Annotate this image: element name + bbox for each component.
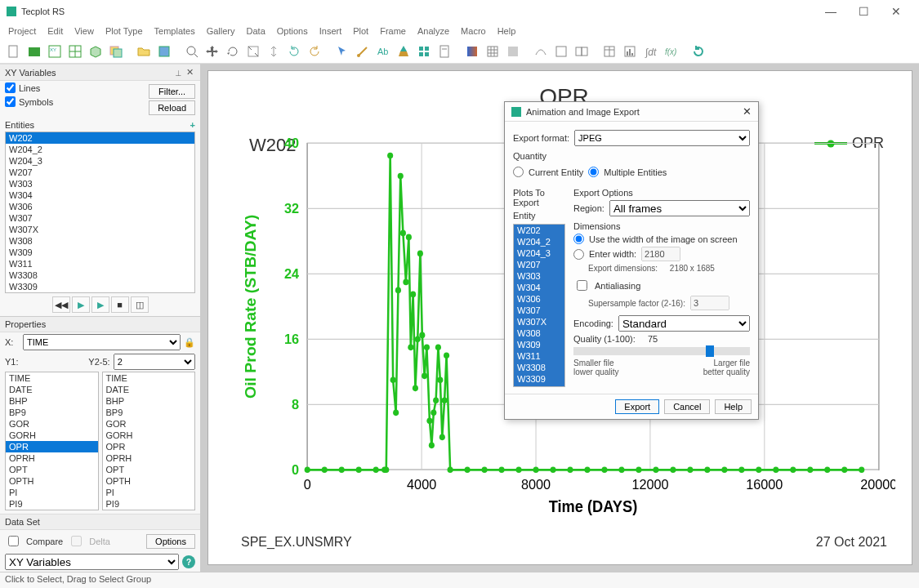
menu-macro[interactable]: Macro: [456, 24, 491, 38]
list-item[interactable]: PI: [103, 487, 195, 498]
list-item[interactable]: BP9: [6, 407, 98, 418]
toolbar-table-icon[interactable]: [600, 42, 618, 60]
toolbar-grid2-icon[interactable]: [415, 42, 433, 60]
toolbar-integral-icon[interactable]: ∫dt: [641, 42, 659, 60]
toolbar-multiframe-icon[interactable]: [573, 42, 591, 60]
list-item[interactable]: W311: [514, 350, 564, 362]
lock-icon[interactable]: 🔒: [184, 337, 195, 348]
menu-options[interactable]: Options: [272, 24, 313, 38]
current-entity-radio[interactable]: [513, 167, 524, 177]
vcr-snapshot-icon[interactable]: ◫: [131, 296, 149, 313]
vcr-stop-icon[interactable]: ■: [111, 296, 129, 313]
toolbar-layers-icon[interactable]: [107, 42, 125, 60]
menu-gallery[interactable]: Gallery: [202, 24, 240, 38]
multiple-entities-radio[interactable]: [588, 167, 599, 177]
toolbar-xy-icon[interactable]: XY: [46, 42, 64, 60]
vcr-playback-icon[interactable]: ▶: [72, 296, 90, 313]
help-icon[interactable]: ?: [182, 555, 195, 568]
toolbar-colormap-icon[interactable]: [463, 42, 481, 60]
list-item[interactable]: WCT: [103, 510, 195, 510]
menu-analyze[interactable]: Analyze: [413, 24, 454, 38]
filter-button[interactable]: Filter...: [149, 84, 195, 99]
toolbar-streamline-icon[interactable]: [532, 42, 550, 60]
toolbar-pointer-icon[interactable]: [333, 42, 351, 60]
list-item[interactable]: TIME: [103, 372, 195, 384]
enter-width-input[interactable]: [641, 247, 680, 261]
toolbar-fx-icon[interactable]: f(x): [662, 42, 680, 60]
export-button[interactable]: Export: [615, 399, 659, 414]
menu-project[interactable]: Project: [3, 24, 41, 38]
toolbar-save-icon[interactable]: [155, 42, 173, 60]
toolbar-reset-icon[interactable]: [285, 42, 303, 60]
list-item[interactable]: W207: [514, 259, 564, 270]
toolbar-new-icon[interactable]: [5, 42, 23, 60]
vcr-play-icon[interactable]: ▶: [91, 296, 109, 313]
list-item[interactable]: W303: [6, 178, 194, 189]
lines-checkbox[interactable]: [5, 82, 16, 93]
list-item[interactable]: W308: [6, 235, 194, 247]
entities-list[interactable]: W202W204_2W204_3W207W303W304W306W307W307…: [5, 131, 195, 293]
list-item[interactable]: OPTH: [103, 475, 195, 487]
list-item[interactable]: W307X: [514, 316, 564, 327]
add-entity-icon[interactable]: +: [190, 120, 195, 130]
symbols-checkbox[interactable]: [5, 96, 16, 107]
antialias-checkbox[interactable]: [577, 280, 587, 291]
toolbar-rotate-icon[interactable]: [224, 42, 242, 60]
list-item[interactable]: W3309: [514, 373, 564, 385]
dataset-options-button[interactable]: Options: [146, 534, 195, 549]
list-item[interactable]: W202: [6, 132, 194, 144]
enter-width-radio[interactable]: [573, 249, 584, 260]
list-item[interactable]: W303: [514, 270, 564, 282]
list-item[interactable]: W311: [6, 258, 194, 270]
close-panel-icon[interactable]: ✕: [184, 67, 195, 78]
list-item[interactable]: W202: [514, 225, 564, 236]
list-item[interactable]: OPT: [6, 464, 98, 475]
list-item[interactable]: OPRH: [6, 452, 98, 464]
menu-plot-type[interactable]: Plot Type: [100, 24, 148, 38]
help-button[interactable]: Help: [715, 399, 752, 414]
list-item[interactable]: TIME: [6, 372, 98, 384]
pin-icon[interactable]: ⟂: [172, 68, 184, 78]
menu-plot[interactable]: Plot: [348, 24, 373, 38]
toolbar-shade-icon[interactable]: [504, 42, 522, 60]
list-item[interactable]: W3309: [6, 281, 194, 292]
list-item[interactable]: OPTH: [6, 475, 98, 487]
toolbar-zoom-icon[interactable]: [183, 42, 201, 60]
menu-data[interactable]: Data: [242, 24, 270, 38]
toolbar-fit-icon[interactable]: [244, 42, 262, 60]
quality-slider[interactable]: [573, 347, 750, 355]
sidebar-footer-select[interactable]: XY Variables: [5, 554, 179, 570]
list-item[interactable]: GOR: [103, 418, 195, 430]
list-item[interactable]: W405: [514, 385, 564, 387]
menu-help[interactable]: Help: [493, 24, 521, 38]
toolbar-text-icon[interactable]: Ab: [374, 42, 392, 60]
list-item[interactable]: W307: [6, 212, 194, 224]
list-item[interactable]: W204_2: [514, 236, 564, 247]
menu-frame[interactable]: Frame: [375, 24, 411, 38]
y1-variable-list[interactable]: TIMEDATEBHPBP9GORGORHOPROPRHOPTOPTHPIPI9…: [5, 372, 99, 510]
list-item[interactable]: PI9: [103, 498, 195, 510]
list-item[interactable]: PI: [6, 487, 98, 498]
list-item[interactable]: GORH: [6, 430, 98, 441]
list-item[interactable]: BHP: [6, 395, 98, 407]
toolbar-open-icon[interactable]: [135, 42, 153, 60]
list-item[interactable]: OPR: [6, 441, 98, 452]
y2-variable-list[interactable]: TIMEDATEBHPBP9GORGORHOPROPRHOPTOPTHPIPI9…: [102, 372, 196, 510]
toolbar-grid-icon[interactable]: [66, 42, 84, 60]
list-item[interactable]: W307: [514, 305, 564, 316]
list-item[interactable]: GORH: [103, 430, 195, 441]
list-item[interactable]: OPRH: [103, 452, 195, 464]
toolbar-palette-icon[interactable]: [395, 42, 413, 60]
list-item[interactable]: W204_3: [6, 155, 194, 167]
list-item[interactable]: PI9: [6, 498, 98, 510]
encoding-select[interactable]: Standard: [618, 315, 750, 332]
toolbar-move-icon[interactable]: [203, 42, 221, 60]
toolbar-undo-icon[interactable]: [306, 42, 323, 60]
list-item[interactable]: W207: [6, 167, 194, 178]
menu-templates[interactable]: Templates: [149, 24, 200, 38]
list-item[interactable]: GOR: [6, 418, 98, 430]
list-item[interactable]: OPT: [103, 464, 195, 475]
list-item[interactable]: W304: [6, 189, 194, 201]
toolbar-mesh-icon[interactable]: [484, 42, 502, 60]
list-item[interactable]: WCT: [6, 510, 98, 510]
